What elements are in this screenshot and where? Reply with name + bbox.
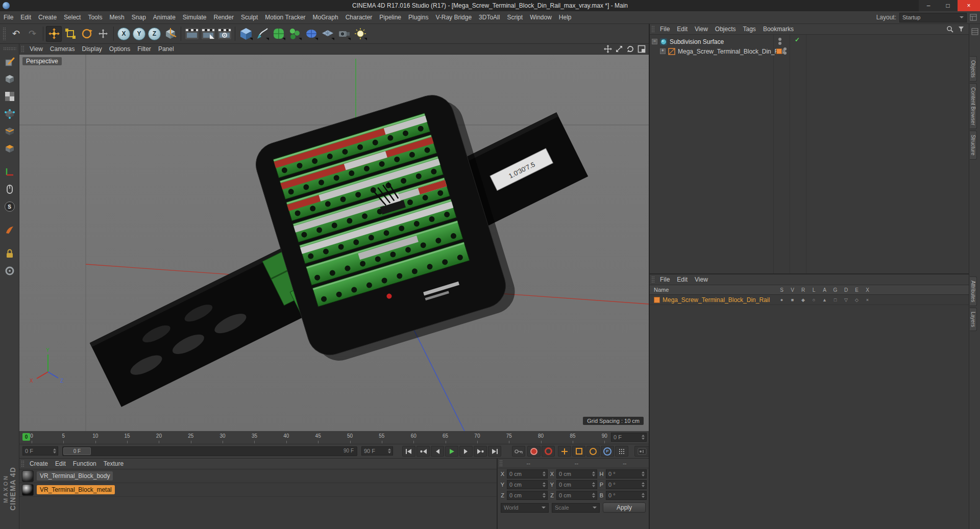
layer-toggle-icon--[interactable]: ▽: [841, 297, 851, 303]
close-button[interactable]: ×: [958, 0, 980, 11]
menu-plugins[interactable]: Plugins: [405, 11, 432, 23]
pos-x-field[interactable]: 0 cm: [507, 469, 548, 478]
menu-animate[interactable]: Animate: [150, 11, 179, 23]
menu-tools[interactable]: Tools: [84, 11, 106, 23]
layer-panel-menu-edit[interactable]: Edit: [673, 273, 691, 286]
current-frame-field[interactable]: 0 F: [22, 446, 58, 456]
menu-3dtoall[interactable]: 3DToAll: [475, 11, 503, 23]
previous-key-button[interactable]: [416, 446, 430, 457]
size-z-field[interactable]: 0 cm: [556, 491, 597, 500]
menu-script[interactable]: Script: [503, 11, 526, 23]
range-slider-handle[interactable]: 0 F: [63, 447, 91, 455]
material-menu-grip[interactable]: [21, 460, 24, 467]
side-tab-objects[interactable]: Objects: [970, 56, 977, 82]
material-name[interactable]: VR_Terminal_Block_body: [37, 471, 113, 481]
rot-h-field[interactable]: 0 °: [606, 469, 647, 478]
paint-tool-button[interactable]: [2, 222, 17, 238]
next-frame-button[interactable]: [459, 446, 473, 457]
layer-toggle-icon--[interactable]: ○: [808, 297, 819, 303]
toolbar-grip[interactable]: [3, 27, 6, 40]
toggle-view-button[interactable]: [637, 45, 646, 54]
material-menu-create[interactable]: Create: [26, 458, 52, 470]
layer-panel-grip[interactable]: [651, 276, 655, 283]
timeline-playhead[interactable]: 0: [22, 433, 30, 441]
object-manager-menu-bookmarks[interactable]: Bookmarks: [760, 23, 797, 35]
keyframe-key-button[interactable]: [512, 446, 525, 457]
render-view-button[interactable]: [184, 26, 200, 42]
add-spline-button[interactable]: [254, 26, 270, 42]
spinner-arrows[interactable]: [641, 435, 645, 440]
expand-toggle[interactable]: +: [660, 48, 666, 54]
menu-sculpt[interactable]: Sculpt: [237, 11, 261, 23]
size-y-field[interactable]: 0 cm: [556, 480, 597, 489]
timeline-options-button[interactable]: [634, 446, 650, 457]
layer-column-header-v[interactable]: V: [787, 287, 798, 293]
layer-column-header-g[interactable]: G: [830, 287, 841, 293]
search-icon[interactable]: [946, 26, 953, 33]
collapse-toggle[interactable]: −: [652, 39, 657, 44]
material-row[interactable]: VR_Terminal_Block_body: [19, 469, 497, 483]
goto-end-button[interactable]: [488, 446, 501, 457]
viewport-solo-button[interactable]: S: [2, 199, 17, 214]
layer-column-header-s[interactable]: S: [776, 287, 787, 293]
enable-axis-button[interactable]: [2, 164, 17, 180]
layer-toggle-icon--[interactable]: ▲: [819, 297, 830, 303]
material-menu-edit[interactable]: Edit: [52, 458, 69, 470]
material-name-selected[interactable]: VR_Terminal_Block_metal: [37, 485, 115, 494]
pan-view-button[interactable]: [603, 45, 612, 54]
visibility-dots[interactable]: [778, 38, 781, 45]
panel-options-icon[interactable]: [971, 28, 978, 35]
layer-panel-menu-file[interactable]: File: [656, 273, 673, 286]
last-used-tool-button[interactable]: [95, 26, 111, 42]
menu-create[interactable]: Create: [35, 11, 60, 23]
coordinate-system-button[interactable]: [162, 26, 178, 42]
goto-start-button[interactable]: [402, 446, 415, 457]
filter-icon[interactable]: [958, 26, 965, 33]
rot-b-field[interactable]: 0 °: [606, 491, 647, 500]
menu-select[interactable]: Select: [60, 11, 84, 23]
menu-window[interactable]: Window: [526, 11, 555, 23]
timeline-range-slider[interactable]: 0 F 90 F: [62, 446, 357, 456]
size-x-field[interactable]: 0 cm: [556, 469, 597, 478]
object-row-subdivision-surface[interactable]: − Subdivision Surface: [650, 37, 969, 46]
viewport-menu-display[interactable]: Display: [78, 44, 105, 54]
palette-icon[interactable]: [970, 14, 977, 21]
add-subdivision-surface-button[interactable]: [271, 26, 286, 42]
viewport-3d[interactable]: 1.0'30'7.5: [19, 55, 649, 431]
points-mode-button[interactable]: [2, 106, 17, 121]
render-settings-button[interactable]: [216, 26, 232, 42]
layer-toggle-icon--[interactable]: □: [830, 297, 841, 303]
layer-toggle-icon--[interactable]: ×: [862, 297, 873, 303]
menu-edit[interactable]: Edit: [17, 11, 35, 23]
object-manager-menu-file[interactable]: File: [656, 23, 673, 35]
menu-v-ray-bridge[interactable]: V-Ray Bridge: [432, 11, 475, 23]
move-tool-button[interactable]: [46, 26, 62, 42]
side-tab-content-browser[interactable]: Content Browser: [970, 83, 977, 129]
record-rotation-toggle[interactable]: [586, 446, 600, 457]
rot-p-field[interactable]: 0 °: [606, 480, 647, 489]
edges-mode-button[interactable]: [2, 123, 17, 139]
apply-button[interactable]: Apply: [603, 502, 646, 513]
object-manager-menu-view[interactable]: View: [691, 23, 712, 35]
material-sphere-icon[interactable]: [22, 470, 34, 482]
z-axis-lock-button[interactable]: Z: [148, 28, 161, 40]
frame-spinner[interactable]: 0 F: [611, 433, 647, 442]
undo-button[interactable]: ↶: [8, 26, 24, 42]
layer-color-icon[interactable]: [654, 297, 660, 303]
object-manager-menu-tags[interactable]: Tags: [740, 23, 760, 35]
polygons-mode-button[interactable]: [2, 141, 17, 156]
autokey-button[interactable]: [542, 446, 555, 457]
add-mograph-button[interactable]: [287, 26, 303, 42]
maximize-button[interactable]: □: [938, 0, 958, 11]
model-mode-button[interactable]: [2, 71, 17, 87]
redo-button[interactable]: ↷: [24, 26, 40, 42]
object-manager-menu-objects[interactable]: Objects: [712, 23, 740, 35]
make-editable-button[interactable]: [2, 54, 17, 69]
tweak-mode-button[interactable]: [2, 182, 17, 197]
layer-panel-menu-view[interactable]: View: [691, 273, 712, 286]
lock-workplane-button[interactable]: [2, 246, 17, 261]
spinner-arrows[interactable]: [387, 448, 391, 454]
record-parameter-toggle[interactable]: P: [601, 446, 614, 457]
end-frame-field[interactable]: 90 F: [361, 446, 393, 456]
previous-frame-button[interactable]: [431, 446, 444, 457]
